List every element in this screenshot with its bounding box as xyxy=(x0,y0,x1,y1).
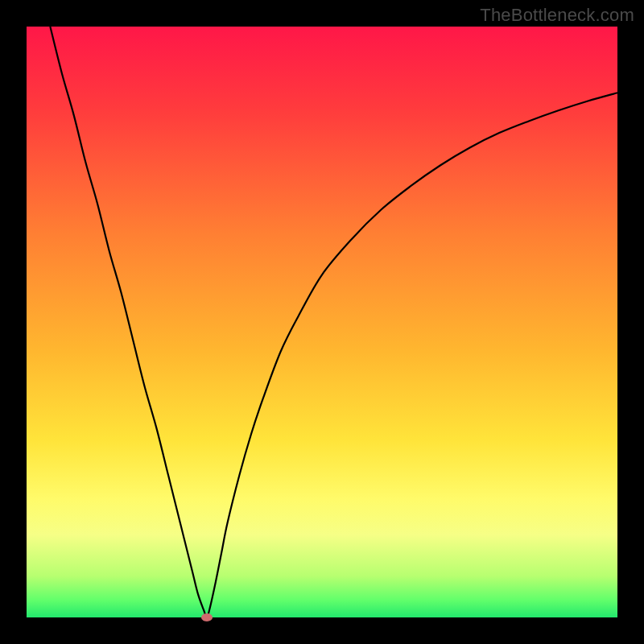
plot-area xyxy=(27,27,617,617)
curve-path xyxy=(50,27,617,617)
chart-frame: TheBottleneck.com xyxy=(0,0,644,644)
optimum-marker xyxy=(201,613,213,621)
bottleneck-curve xyxy=(27,27,617,617)
watermark-text: TheBottleneck.com xyxy=(480,5,634,26)
